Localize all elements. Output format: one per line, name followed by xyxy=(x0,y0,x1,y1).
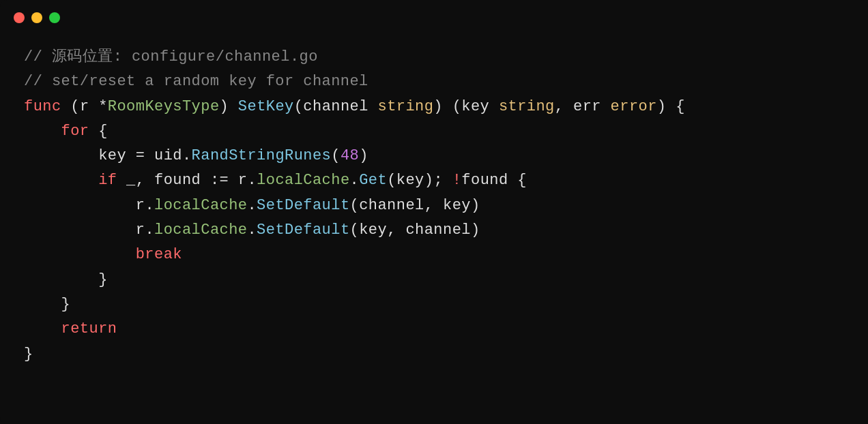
type-string1: string xyxy=(378,95,434,119)
code-line-10: } xyxy=(24,268,844,292)
code-line-11: } xyxy=(24,292,844,317)
key-arg2: key xyxy=(443,194,471,218)
bang: ! xyxy=(452,168,462,193)
type-roomkeys: RoomKeysType xyxy=(108,95,220,119)
comment-1: // 源码位置: configure/channel.go xyxy=(24,45,318,70)
code-line-3: func ( r * RoomKeysType ) SetKey ( chann… xyxy=(24,95,844,119)
brace-if-open: { xyxy=(517,168,527,193)
comma: , xyxy=(555,95,573,119)
paren-sd2-close: ) xyxy=(471,218,480,243)
window: // 源码位置: configure/channel.go // set/res… xyxy=(0,0,868,424)
indent-5 xyxy=(24,218,136,243)
paren-close: ) xyxy=(220,95,238,119)
key-arg3: key xyxy=(359,218,387,243)
keyword-if: if xyxy=(98,168,126,193)
localcache-ref2: localCache xyxy=(154,194,247,218)
traffic-lights xyxy=(14,12,60,23)
dot5: . xyxy=(247,194,257,218)
code-line-12: return xyxy=(24,317,844,342)
indent-6 xyxy=(24,243,136,267)
keyword-return: return xyxy=(61,317,117,342)
code-line-5: key = uid . RandStringRunes ( 48 ) xyxy=(24,144,844,168)
var-key: key xyxy=(98,144,136,168)
keyword-for: for xyxy=(61,119,99,144)
func-setkey: SetKey xyxy=(238,95,294,119)
paren-open2: ( xyxy=(294,95,304,119)
blank-id: _, xyxy=(126,168,154,193)
maximize-button[interactable] xyxy=(49,12,60,23)
var-found: found xyxy=(154,168,210,193)
code-line-6: if _, found := r . localCache . Get ( ke… xyxy=(24,168,844,193)
brace-if-close: } xyxy=(98,268,108,292)
paren-sd1-open: ( xyxy=(350,194,360,218)
brace-for-open: { xyxy=(98,119,108,144)
dot7: . xyxy=(247,218,257,243)
paren-get-close: ) xyxy=(424,168,434,193)
paren-close2: ) ( xyxy=(433,95,461,119)
code-line-4: for { xyxy=(24,119,844,144)
code-area: // 源码位置: configure/channel.go // set/res… xyxy=(0,31,868,424)
paren-open: ( xyxy=(70,95,80,119)
r-ref3: r xyxy=(136,218,145,243)
code-line-13: } xyxy=(24,342,844,367)
code-line-8: r . localCache . SetDefault ( key , chan… xyxy=(24,218,844,243)
func-get: Get xyxy=(359,168,387,193)
indent-8 xyxy=(24,292,61,317)
asterisk: * xyxy=(98,95,108,119)
indent-7 xyxy=(24,268,98,292)
semicolon: ; xyxy=(433,168,452,193)
code-line-2: // set/reset a random key for channel xyxy=(24,70,844,94)
dot6: . xyxy=(145,218,154,243)
indent-4 xyxy=(24,194,136,218)
var-r: r xyxy=(80,95,98,119)
keyword-break: break xyxy=(136,243,182,267)
type-string2: string xyxy=(499,95,555,119)
paren-rand-close: ) xyxy=(359,144,368,168)
dot1: . xyxy=(182,144,192,168)
paren-close3: ) xyxy=(657,95,676,119)
dot2: . xyxy=(247,168,257,193)
func-setdefault1: SetDefault xyxy=(257,194,349,218)
func-randstring: RandStringRunes xyxy=(192,144,332,168)
uid-pkg: uid xyxy=(154,144,182,168)
localcache-ref3: localCache xyxy=(154,218,247,243)
title-bar xyxy=(0,0,868,31)
paren-sd1-close: ) xyxy=(471,194,480,218)
paren-rand-open: ( xyxy=(331,144,341,168)
close-button[interactable] xyxy=(14,12,25,23)
channel-arg1: channel xyxy=(359,194,424,218)
found-check: found xyxy=(461,168,517,193)
return-key: key xyxy=(461,95,499,119)
paren-get-open: ( xyxy=(387,168,396,193)
type-error: error xyxy=(611,95,657,119)
op-assign: = xyxy=(136,144,154,168)
return-err: err xyxy=(573,95,611,119)
func-setdefault2: SetDefault xyxy=(257,218,349,243)
code-line-1: // 源码位置: configure/channel.go xyxy=(24,45,844,70)
channel-arg2: channel xyxy=(405,218,471,243)
brace-open: { xyxy=(676,95,685,119)
dot4: . xyxy=(145,194,154,218)
param-channel: channel xyxy=(303,95,377,119)
brace-func-close: } xyxy=(24,342,33,367)
code-line-7: r . localCache . SetDefault ( channel , … xyxy=(24,194,844,218)
key-arg1: key xyxy=(396,168,424,193)
keyword-func: func xyxy=(24,95,70,119)
comma3: , xyxy=(387,218,405,243)
num-48: 48 xyxy=(341,144,359,168)
paren-sd2-open: ( xyxy=(350,218,360,243)
indent-9 xyxy=(24,317,61,342)
r-ref2: r xyxy=(136,194,145,218)
brace-for-close: } xyxy=(61,292,71,317)
indent-2 xyxy=(24,144,98,168)
indent-1 xyxy=(24,119,61,144)
comma2: , xyxy=(424,194,443,218)
indent-3 xyxy=(24,168,98,193)
op-short-assign: := xyxy=(210,168,238,193)
comment-2: // set/reset a random key for channel xyxy=(24,70,368,94)
code-line-9: break xyxy=(24,243,844,267)
minimize-button[interactable] xyxy=(31,12,42,23)
localcache-ref1: localCache xyxy=(257,168,349,193)
r-ref1: r xyxy=(238,168,248,193)
dot3: . xyxy=(350,168,360,193)
